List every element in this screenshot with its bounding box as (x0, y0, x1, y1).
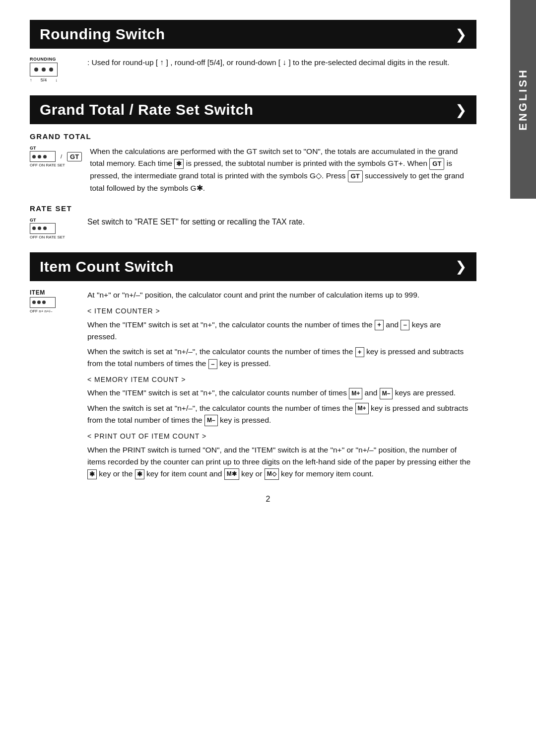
rate-set-sub-header: RATE SET (30, 204, 506, 213)
gt-key-box: GT (67, 152, 82, 161)
memory-text2: When the switch is set at "n+/–", the ca… (87, 402, 471, 426)
memory-text1: When the "ITEM" switch is set at "n+", t… (87, 387, 471, 399)
plus-key2: + (355, 347, 364, 357)
rate-set-text-area: Set switch to "RATE SET" for setting or … (87, 218, 305, 227)
gt-switch-row: / GT (30, 151, 82, 162)
memory-item-header: < MEMORY ITEM COUNT > (87, 375, 471, 385)
grand-total-title: Grand Total / Rate Set Switch (40, 101, 254, 118)
item-count-title: Item Count Switch (40, 258, 174, 275)
gt-dot-1 (32, 155, 36, 158)
rounding-desc-text: : Used for round-up [ ↑ ] , round-off [5… (87, 58, 449, 67)
minus-key2: – (208, 359, 217, 369)
gt-switch-body (30, 151, 56, 162)
rate-set-icon-area: GT OFF ON RATE SET (30, 218, 79, 239)
rounding-icon-area: ROUNDING ↑ 5/4 ↓ (30, 57, 79, 82)
rounding-title: Rounding Switch (40, 26, 165, 43)
mo-key: M◇ (265, 468, 279, 480)
mminus-key1: M– (380, 388, 393, 399)
gt-box-inline2: GT (348, 170, 363, 182)
rounding-section: Rounding Switch ❯ ROUNDING ↑ 5/4 ↓ : U (30, 20, 506, 82)
grand-total-sub-header: GRAND TOTAL (30, 132, 506, 141)
item-dot-1 (32, 301, 36, 304)
gt-dot-2 (38, 155, 41, 158)
rate-dot-1 (32, 227, 36, 230)
print-key2: ✱ (135, 469, 144, 479)
grand-total-section: Grand Total / Rate Set Switch ❯ GRAND TO… (30, 95, 506, 239)
mx-key: M✱ (224, 468, 239, 480)
gt-switch-gt-label: GT (30, 146, 36, 151)
item-icon-area: ITEM OFF n+ n+/– (30, 289, 79, 313)
rounding-arrow: ❯ (455, 26, 467, 43)
item-switch-body (30, 297, 56, 308)
grand-total-arrow: ❯ (455, 102, 467, 118)
gt-box-inline: GT (429, 158, 444, 170)
item-dot-2 (37, 301, 41, 304)
grand-total-text-area: When the calculations are performed with… (90, 146, 471, 194)
item-count-section: Item Count Switch ❯ ITEM OFF n+ n+/– At … (30, 252, 506, 480)
rate-set-text: Set switch to "RATE SET" for setting or … (87, 218, 305, 226)
gt-slash: / (61, 153, 62, 159)
gt-positions: OFF ON RATE SET (30, 163, 65, 167)
rounding-content: ROUNDING ↑ 5/4 ↓ : Used for round-up [ ↑… (30, 57, 471, 82)
minus-key1: – (401, 320, 409, 330)
item-counter-text2: When the switch is set at "n+/–", the ca… (87, 346, 471, 370)
grand-total-sub-section: GRAND TOTAL GT / GT OFF ON RATE (30, 132, 506, 194)
subtotal-key: ✱ (174, 159, 184, 169)
switch-dot-3 (49, 68, 53, 72)
rate-set-switch-body (30, 223, 56, 234)
page-container: ENGLISH Rounding Switch ❯ ROUNDING ↑ 5/4… (0, 0, 536, 756)
mminus-key2: M– (204, 415, 218, 426)
down-arrow: ↓ (55, 77, 58, 82)
grand-total-header: Grand Total / Rate Set Switch ❯ (30, 95, 476, 124)
rate-set-gt-label: GT (30, 218, 79, 223)
switch-dot-1 (34, 68, 38, 72)
rounding-switch-illustration (30, 63, 58, 76)
gt-dot-3 (43, 155, 47, 158)
item-counter-text1: When the "ITEM" switch is set at "n+", t… (87, 319, 471, 343)
item-main-text-area: At "n+" or "n+/–" position, the calculat… (87, 289, 471, 480)
item-counter-header: < ITEM COUNTER > (87, 306, 471, 317)
item-count-arrow: ❯ (455, 258, 467, 275)
item-main-text: At "n+" or "n+/–" position, the calculat… (87, 291, 419, 299)
rate-dot-3 (43, 227, 47, 230)
gt-icon-area: GT / GT OFF ON RATE SET (30, 146, 82, 167)
item-bold-label: ITEM (30, 289, 45, 296)
page-number: 2 (30, 495, 506, 504)
five-four: 5/4 (41, 77, 47, 82)
english-label: ENGLISH (517, 68, 530, 131)
rounding-switch-positions: ↑ 5/4 ↓ (30, 77, 58, 82)
print-text: When the PRINT switch is turned "ON", an… (87, 444, 471, 480)
plus-key1: + (375, 320, 384, 330)
mplus-key2: M+ (355, 403, 369, 414)
grand-total-content: GT / GT OFF ON RATE SET When t (30, 146, 471, 194)
print-out-header: < PRINT OUT OF ITEM COUNT > (87, 431, 471, 442)
english-tab: ENGLISH (510, 0, 536, 199)
grand-total-text: When the calculations are performed with… (90, 147, 464, 192)
up-arrow: ↑ (30, 77, 32, 82)
mplus-key1: M+ (349, 388, 362, 399)
rate-set-content: GT OFF ON RATE SET Set switch to "RATE S… (30, 218, 471, 239)
rate-dot-2 (38, 227, 41, 230)
item-count-content: ITEM OFF n+ n+/– At "n+" or "n+/–" posit… (30, 289, 471, 480)
item-count-header: Item Count Switch ❯ (30, 252, 476, 281)
rounding-switch-label: ROUNDING (30, 57, 56, 62)
item-switch-positions: OFF n+ n+/– (30, 309, 52, 313)
switch-dot-2 (42, 68, 46, 72)
rate-set-sub-section: RATE SET GT OFF ON RATE SET Set switch t… (30, 204, 506, 239)
item-dot-3 (42, 301, 46, 304)
rounding-header: Rounding Switch ❯ (30, 20, 476, 49)
rounding-description: : Used for round-up [ ↑ ] , round-off [5… (87, 57, 471, 69)
rate-set-positions: OFF ON RATE SET (30, 235, 79, 239)
print-key1: ✱ (87, 469, 97, 479)
